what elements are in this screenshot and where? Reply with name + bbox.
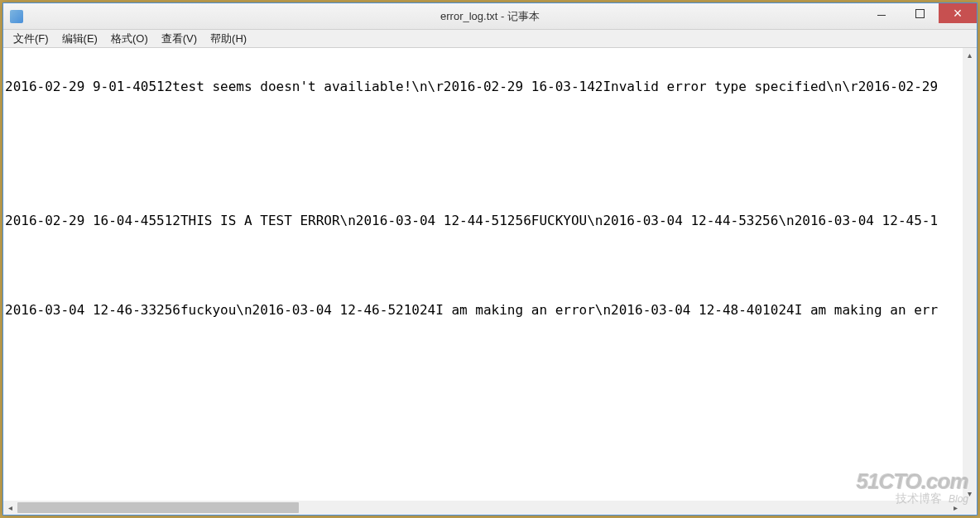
menu-format[interactable]: 格式(O): [104, 30, 155, 48]
content-area: 2016-02-29 9-01-40512test seems doesn't …: [3, 48, 977, 515]
close-button[interactable]: [939, 3, 977, 23]
menu-help[interactable]: 帮助(H): [204, 30, 253, 48]
menu-view[interactable]: 查看(V): [155, 30, 204, 48]
window-title: error_log.txt - 记事本: [440, 9, 540, 24]
scroll-track-horizontal[interactable]: [17, 501, 949, 515]
blank-line: [5, 258, 961, 273]
text-line: 2016-02-29 16-04-45512THIS IS A TEST ERR…: [5, 213, 961, 228]
text-editor[interactable]: 2016-02-29 9-01-40512test seems doesn't …: [3, 48, 963, 501]
blank-line: [5, 169, 961, 184]
notepad-window: error_log.txt - 记事本 文件(F) 编辑(E) 格式(O) 查看…: [2, 2, 978, 516]
scroll-right-arrow-icon[interactable]: ▸: [949, 501, 963, 515]
minimize-button[interactable]: [862, 3, 901, 23]
menubar: 文件(F) 编辑(E) 格式(O) 查看(V) 帮助(H): [3, 30, 977, 48]
scroll-down-arrow-icon[interactable]: ▾: [963, 487, 977, 501]
blank-line: [5, 124, 961, 139]
scroll-left-arrow-icon[interactable]: ◂: [3, 501, 17, 515]
vertical-scrollbar[interactable]: ▴ ▾: [963, 48, 977, 501]
text-line: 2016-02-29 9-01-40512test seems doesn't …: [5, 79, 961, 94]
menu-file[interactable]: 文件(F): [7, 30, 55, 48]
scroll-up-arrow-icon[interactable]: ▴: [963, 48, 977, 62]
scroll-track-vertical[interactable]: [963, 62, 977, 487]
text-line: 2016-03-04 12-46-33256fuckyou\n2016-03-0…: [5, 303, 961, 318]
app-icon: [10, 10, 23, 23]
titlebar[interactable]: error_log.txt - 记事本: [3, 3, 977, 30]
scroll-thumb-horizontal[interactable]: [17, 502, 299, 513]
menu-edit[interactable]: 编辑(E): [55, 30, 104, 48]
horizontal-scrollbar[interactable]: ◂ ▸: [3, 501, 963, 515]
maximize-button[interactable]: [901, 3, 939, 23]
window-controls: [862, 3, 977, 23]
scroll-corner: [963, 501, 977, 515]
